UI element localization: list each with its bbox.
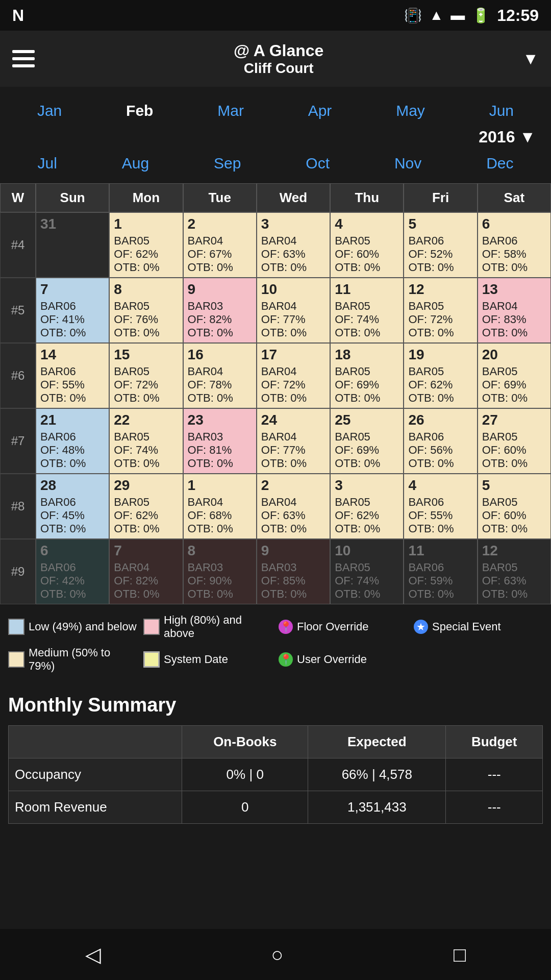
cal-cell-8-6[interactable]: 5BAR05OF: 60%OTB: 0% bbox=[478, 474, 551, 539]
date-num: 3 bbox=[335, 477, 399, 494]
cal-cell-9-3[interactable]: 9BAR03OF: 85%OTB: 0% bbox=[257, 539, 330, 604]
cal-cell-5-2[interactable]: 9BAR03OF: 82%OTB: 0% bbox=[183, 278, 257, 343]
month-jan[interactable]: Jan bbox=[30, 99, 69, 122]
cal-cell-6-6[interactable]: 20BAR05OF: 69%OTB: 0% bbox=[478, 343, 551, 408]
month-jul[interactable]: Jul bbox=[30, 152, 64, 175]
cal-cell-8-3[interactable]: 2BAR04OF: 63%OTB: 0% bbox=[257, 474, 330, 539]
back-button[interactable]: ◁ bbox=[65, 938, 121, 971]
month-aug[interactable]: Aug bbox=[115, 152, 156, 175]
cal-cell-4-0[interactable]: 31 bbox=[36, 212, 109, 278]
cal-cell-8-5[interactable]: 4BAR06OF: 55%OTB: 0% bbox=[404, 474, 477, 539]
date-num: 12 bbox=[482, 543, 546, 559]
cal-cell-9-5[interactable]: 11BAR06OF: 59%OTB: 0% bbox=[404, 539, 477, 604]
bar-code: BAR06 bbox=[408, 234, 472, 248]
bar-code: BAR05 bbox=[114, 496, 178, 509]
cal-cell-8-2[interactable]: 1BAR04OF: 68%OTB: 0% bbox=[183, 474, 257, 539]
otb-val: OTB: 0% bbox=[335, 391, 399, 405]
cal-cell-9-2[interactable]: 8BAR03OF: 90%OTB: 0% bbox=[183, 539, 257, 604]
cal-cell-8-0[interactable]: 28BAR06OF: 45%OTB: 0% bbox=[36, 474, 109, 539]
month-oct[interactable]: Oct bbox=[298, 152, 337, 175]
cal-cell-5-5[interactable]: 12BAR05OF: 72%OTB: 0% bbox=[404, 278, 477, 343]
date-num: 18 bbox=[335, 347, 399, 363]
date-num: 14 bbox=[40, 347, 105, 363]
cal-cell-7-3[interactable]: 24BAR04OF: 77%OTB: 0% bbox=[257, 408, 330, 474]
date-num: 3 bbox=[261, 216, 325, 232]
cal-cell-7-6[interactable]: 27BAR05OF: 60%OTB: 0% bbox=[478, 408, 551, 474]
cal-cell-5-4[interactable]: 11BAR05OF: 74%OTB: 0% bbox=[330, 278, 404, 343]
cal-cell-4-2[interactable]: 2BAR04OF: 67%OTB: 0% bbox=[183, 212, 257, 278]
cal-cell-8-4[interactable]: 3BAR05OF: 62%OTB: 0% bbox=[330, 474, 404, 539]
cal-cell-5-0[interactable]: 7BAR06OF: 41%OTB: 0% bbox=[36, 278, 109, 343]
cal-cell-5-3[interactable]: 10BAR04OF: 77%OTB: 0% bbox=[257, 278, 330, 343]
cal-cell-6-3[interactable]: 17BAR04OF: 72%OTB: 0% bbox=[257, 343, 330, 408]
date-num: 2 bbox=[261, 477, 325, 494]
cal-cell-5-6[interactable]: 13BAR04OF: 83%OTB: 0% bbox=[478, 278, 551, 343]
cal-cell-6-2[interactable]: 16BAR04OF: 78%OTB: 0% bbox=[183, 343, 257, 408]
header-dropdown-button[interactable]: ▼ bbox=[522, 50, 539, 68]
date-num: 20 bbox=[482, 347, 546, 363]
legend-low-label: Low (49%) and below bbox=[29, 620, 137, 633]
date-num: 4 bbox=[408, 477, 472, 494]
month-jun[interactable]: Jun bbox=[482, 99, 521, 122]
cal-cell-9-4[interactable]: 10BAR05OF: 74%OTB: 0% bbox=[330, 539, 404, 604]
of-val: OF: 72% bbox=[114, 378, 178, 391]
cal-cell-7-1[interactable]: 22BAR05OF: 74%OTB: 0% bbox=[109, 408, 183, 474]
cal-cell-9-0[interactable]: 6BAR06OF: 42%OTB: 0% bbox=[36, 539, 109, 604]
month-sep[interactable]: Sep bbox=[207, 152, 248, 175]
cal-cell-8-1[interactable]: 29BAR05OF: 62%OTB: 0% bbox=[109, 474, 183, 539]
menu-button[interactable] bbox=[12, 50, 35, 67]
of-val: OF: 68% bbox=[188, 509, 252, 522]
otb-val: OTB: 0% bbox=[261, 261, 325, 274]
bar-code: BAR05 bbox=[335, 234, 399, 248]
month-may[interactable]: May bbox=[389, 99, 432, 122]
summary-col-onbooks: On-Books bbox=[182, 726, 308, 758]
recent-button[interactable]: □ bbox=[433, 938, 486, 971]
month-mar[interactable]: Mar bbox=[210, 99, 251, 122]
cal-cell-4-3[interactable]: 3BAR04OF: 63%OTB: 0% bbox=[257, 212, 330, 278]
date-num: 15 bbox=[114, 347, 178, 363]
month-feb[interactable]: Feb bbox=[119, 99, 160, 122]
cal-cell-9-6[interactable]: 12BAR05OF: 63%OTB: 0% bbox=[478, 539, 551, 604]
cal-cell-4-4[interactable]: 4BAR05OF: 60%OTB: 0% bbox=[330, 212, 404, 278]
home-button[interactable]: ○ bbox=[251, 938, 304, 971]
bottom-nav: ◁ ○ □ bbox=[0, 929, 551, 980]
date-num: 26 bbox=[408, 412, 472, 428]
date-num: 27 bbox=[482, 412, 546, 428]
of-val: OF: 83% bbox=[482, 313, 546, 326]
of-val: OF: 52% bbox=[408, 248, 472, 261]
cal-cell-7-5[interactable]: 26BAR06OF: 56%OTB: 0% bbox=[404, 408, 477, 474]
of-val: OF: 72% bbox=[408, 313, 472, 326]
summary-occupancy-onbooks: 0% | 0 bbox=[182, 758, 308, 791]
of-val: OF: 74% bbox=[114, 444, 178, 457]
cal-cell-7-0[interactable]: 21BAR06OF: 48%OTB: 0% bbox=[36, 408, 109, 474]
year-display[interactable]: 2016 ▼ bbox=[479, 128, 536, 146]
otb-val: OTB: 0% bbox=[261, 522, 325, 535]
of-val: OF: 60% bbox=[482, 509, 546, 522]
cal-cell-7-2[interactable]: 23BAR03OF: 81%OTB: 0% bbox=[183, 408, 257, 474]
month-dec[interactable]: Dec bbox=[479, 152, 520, 175]
month-row-1: Jan Feb Mar Apr May Jun bbox=[5, 96, 546, 126]
otb-val: OTB: 0% bbox=[40, 522, 105, 535]
cal-cell-9-1[interactable]: 7BAR04OF: 82%OTB: 0% bbox=[109, 539, 183, 604]
otb-val: OTB: 0% bbox=[114, 587, 178, 601]
of-val: OF: 81% bbox=[188, 444, 252, 457]
summary-occupancy-expected: 66% | 4,578 bbox=[308, 758, 446, 791]
cal-cell-6-1[interactable]: 15BAR05OF: 72%OTB: 0% bbox=[109, 343, 183, 408]
cal-cell-6-5[interactable]: 19BAR05OF: 62%OTB: 0% bbox=[404, 343, 477, 408]
year-selector[interactable]: 2016 ▼ bbox=[5, 126, 546, 149]
month-apr[interactable]: Apr bbox=[301, 99, 339, 122]
cal-cell-7-4[interactable]: 25BAR05OF: 69%OTB: 0% bbox=[330, 408, 404, 474]
cal-cell-6-4[interactable]: 18BAR05OF: 69%OTB: 0% bbox=[330, 343, 404, 408]
cal-cell-5-1[interactable]: 8BAR05OF: 76%OTB: 0% bbox=[109, 278, 183, 343]
cal-cell-4-1[interactable]: 1BAR05OF: 62%OTB: 0% bbox=[109, 212, 183, 278]
legend-high-label: High (80%) and above bbox=[164, 614, 272, 640]
bar-code: BAR05 bbox=[482, 365, 546, 378]
date-num: 24 bbox=[261, 412, 325, 428]
cal-cell-4-6[interactable]: 6BAR06OF: 58%OTB: 0% bbox=[478, 212, 551, 278]
cal-cell-4-5[interactable]: 5BAR06OF: 52%OTB: 0% bbox=[404, 212, 477, 278]
bar-code: BAR05 bbox=[114, 300, 178, 313]
cal-cell-6-0[interactable]: 14BAR06OF: 55%OTB: 0% bbox=[36, 343, 109, 408]
bar-code: BAR06 bbox=[408, 561, 472, 574]
month-nov[interactable]: Nov bbox=[387, 152, 429, 175]
special-event-icon: ★ bbox=[414, 620, 428, 634]
